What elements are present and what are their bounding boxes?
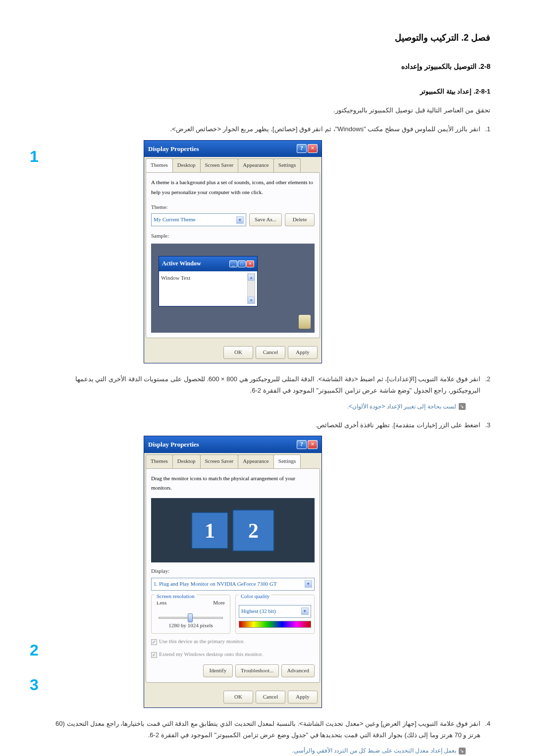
dialog-title: Display Properties: [148, 143, 199, 154]
titlebar: Display Properties ? ×: [144, 141, 321, 157]
advanced-button[interactable]: Advanced: [281, 664, 315, 677]
delete-button[interactable]: Delete: [285, 213, 315, 226]
display-label: Display:: [151, 566, 315, 576]
resolution-group: Screen resolution Less More 1280 by 1024…: [151, 595, 230, 634]
close-button[interactable]: ×: [308, 144, 318, 153]
maximize-icon: □: [238, 260, 246, 267]
intro-text: تحقق من العناصر التالية قبل توصيل الكمبي…: [45, 104, 490, 116]
active-window-title: Active Window: [162, 258, 201, 269]
dialog-title: Display Properties: [148, 439, 199, 450]
minimize-icon: _: [229, 260, 237, 267]
step-4: انقر فوق علامة التبويب [جهاز العرض] وعين…: [45, 718, 490, 756]
monitor-2-icon[interactable]: 2: [232, 509, 274, 552]
slider-thumb[interactable]: [188, 613, 193, 622]
step-3: اضغط على الزر [خيارات متقدمة]. تظهر نافذ…: [45, 419, 490, 708]
step-2: انقر فوق علامة التبويب [الإعدادات]، ثم ا…: [45, 373, 490, 412]
tab-desktop[interactable]: Desktop: [172, 158, 201, 172]
sample-active-window: Active Window _ □ × Window Text ▴ ▾: [159, 256, 258, 306]
resolution-slider[interactable]: [159, 617, 223, 619]
sample-preview: Active Window _ □ × Window Text ▴ ▾: [151, 244, 315, 333]
step-4-text: انقر فوق علامة التبويب [جهاز العرض] وعين…: [55, 720, 481, 739]
theme-description: A theme is a background plus a set of so…: [151, 178, 315, 198]
extend-desktop-checkbox: ✓Extend my Windows desktop onto this mon…: [151, 650, 315, 659]
note-2-text: يعمل إعداد معدل التحديث على ضبط كل من ال…: [292, 747, 456, 754]
scroll-down-icon: ▾: [248, 297, 255, 303]
note-1: لست بحاجة إلى تغيير الإعداد <جودة الألوا…: [45, 402, 466, 412]
monitor-arrangement[interactable]: 1 2: [151, 498, 315, 562]
section-title: 2-8. التوصيل بالكمبيوتر وإعداده: [45, 60, 490, 73]
color-quality-value: Highest (32 bit): [241, 606, 276, 616]
monitor-1-icon[interactable]: 1: [191, 512, 228, 549]
chk2-label: Extend my Windows desktop onto this moni…: [159, 651, 263, 657]
chk1-label: Use this device as the primary monitor.: [159, 638, 245, 644]
theme-combo-value: My Current Theme: [154, 215, 196, 225]
step-2-text: انقر فوق علامة التبويب [الإعدادات]، ثم ا…: [75, 375, 481, 394]
chevron-down-icon: ▾: [301, 607, 309, 615]
display-combo-value: 1. Plug and Play Monitor on NVIDIA GeFor…: [154, 579, 277, 589]
tab-appearance[interactable]: Appearance: [238, 158, 274, 172]
ok-button[interactable]: OK: [223, 346, 253, 359]
help-button[interactable]: ?: [297, 144, 307, 153]
chevron-down-icon: ▾: [305, 580, 312, 588]
callout-3: 3: [30, 671, 39, 700]
step-1-text: انقر بالزر الأيمن للماوس فوق سطح مكتب "W…: [170, 125, 481, 133]
tab-strip: Themes Desktop Screen Saver Appearance S…: [144, 453, 321, 468]
help-button[interactable]: ?: [297, 440, 307, 449]
theme-combo[interactable]: My Current Theme ▾: [151, 213, 246, 226]
color-quality-group: Color quality Highest (32 bit) ▾: [235, 595, 315, 634]
identify-button[interactable]: Identify: [203, 664, 233, 677]
save-as-button[interactable]: Save As...: [249, 213, 282, 226]
tab-strip: Themes Desktop Screen Saver Appearance S…: [144, 157, 321, 172]
tab-screensaver[interactable]: Screen Saver: [200, 454, 239, 468]
titlebar: Display Properties ? ×: [144, 436, 321, 453]
checkbox-icon: ✓: [151, 639, 157, 645]
troubleshoot-button[interactable]: Troubleshoot...: [235, 664, 279, 677]
tab-screensaver[interactable]: Screen Saver: [200, 158, 239, 172]
display-properties-dialog-2: Display Properties ? × Themes Desktop Sc…: [144, 436, 322, 707]
apply-button[interactable]: Apply: [288, 691, 318, 704]
scroll-up-icon: ▴: [248, 274, 255, 281]
subsection-title: 2-8-1. إعداد بيئة الكمبيوتر: [45, 86, 490, 97]
chapter-title: فصل 2. التركيب والتوصيل: [45, 30, 490, 46]
tab-desktop[interactable]: Desktop: [172, 454, 201, 468]
step-1: انقر بالزر الأيمن للماوس فوق سطح مكتب "W…: [45, 123, 490, 363]
tab-settings[interactable]: Settings: [273, 454, 301, 468]
scrollbar: ▴ ▾: [247, 273, 255, 304]
step-3-text: اضغط على الزر [خيارات متقدمة]. تظهر نافذ…: [316, 421, 481, 429]
note-2: يعمل إعداد معدل التحديث على ضبط كل من ال…: [45, 746, 466, 756]
sample-label: Sample:: [151, 231, 315, 241]
settings-description: Drag the monitor icons to match the phys…: [151, 474, 315, 494]
apply-button[interactable]: Apply: [288, 346, 318, 359]
tab-settings[interactable]: Settings: [273, 158, 301, 172]
primary-monitor-checkbox: ✓Use this device as the primary monitor.: [151, 637, 315, 647]
theme-label: Theme:: [151, 202, 315, 212]
color-quality-label: Color quality: [239, 592, 271, 602]
tab-appearance[interactable]: Appearance: [238, 454, 274, 468]
tab-themes[interactable]: Themes: [146, 454, 173, 468]
color-gradient-bar: [239, 621, 311, 628]
close-icon: ×: [246, 260, 254, 267]
cancel-button[interactable]: Cancel: [256, 691, 285, 704]
cancel-button[interactable]: Cancel: [256, 346, 285, 359]
resolution-label: Screen resolution: [155, 592, 197, 602]
callout-1: 1: [30, 143, 39, 171]
tab-themes[interactable]: Themes: [146, 158, 173, 172]
window-text: Window Text: [161, 273, 190, 304]
display-combo[interactable]: 1. Plug and Play Monitor on NVIDIA GeFor…: [151, 578, 315, 591]
close-button[interactable]: ×: [308, 440, 318, 449]
note-1-text: لست بحاجة إلى تغيير الإعداد <جودة الألوا…: [347, 403, 456, 410]
note-icon: [459, 403, 466, 410]
chevron-down-icon: ▾: [236, 216, 244, 224]
display-properties-dialog-1: Display Properties ? × Themes Desktop Sc…: [144, 140, 322, 363]
note-icon: [459, 748, 466, 755]
checkbox-icon: ✓: [151, 652, 157, 658]
slider-more: More: [213, 598, 225, 608]
recycle-bin-icon: [299, 315, 311, 329]
color-quality-combo[interactable]: Highest (32 bit) ▾: [239, 605, 311, 618]
ok-button[interactable]: OK: [223, 691, 253, 704]
callout-2: 2: [30, 636, 39, 665]
